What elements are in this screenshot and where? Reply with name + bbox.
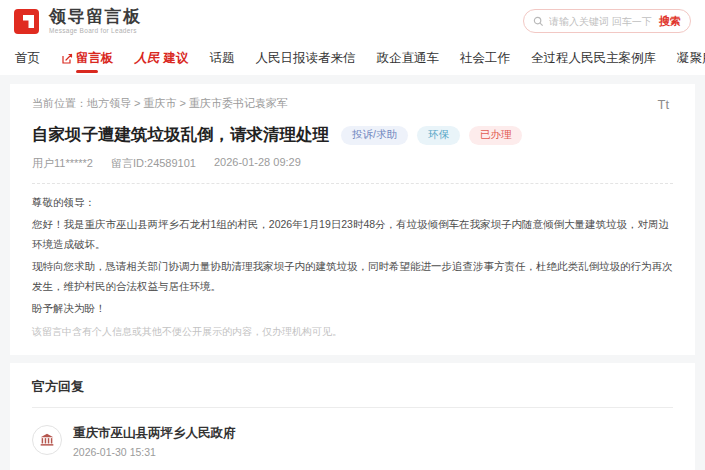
search-box[interactable]: 搜索 [523,9,691,33]
message-tags: 投诉/求助 环保 已办理 [341,126,522,145]
message-date: 2026-01-28 09:29 [214,156,301,171]
nav-brand-script: 人民 [135,50,160,67]
breadcrumb-label: 当前位置： [32,97,87,109]
reply-date: 2026-01-30 15:31 [73,446,673,458]
message-title: 自家坝子遭建筑垃圾乱倒，请求清理处理 [32,124,329,146]
nav-item-gov-enterprise[interactable]: 政企直通车 [377,42,440,75]
nav-item-social-work[interactable]: 社会工作 [460,42,510,75]
site-title: 领导留言板 [49,8,142,27]
main-nav: 首页 留言板 人民建议 话题 人民日报读者来信 政企直通车 社会工作 全过程人民… [0,42,705,75]
tag-status-processed: 已办理 [469,126,523,145]
privacy-note: 该留言中含有个人信息或其他不便公开展示的内容，仅办理机构可见。 [32,325,673,339]
site-logo[interactable]: 领导留言板 Message Board for Leaders [14,8,142,35]
top-header: 领导留言板 Message Board for Leaders 搜索 [0,0,705,42]
message-paragraph: 您好！我是重庆市巫山县两坪乡石龙村1组的村民，2026年1月19日23时48分，… [32,215,673,254]
page-content: 当前位置：地方领导 > 重庆市 > 重庆市委书记袁家军 Tt 自家坝子遭建筑垃圾… [0,75,705,470]
official-reply-heading: 官方回复 [32,378,673,408]
site-logo-icon [14,8,41,35]
message-paragraph: 盼予解决为盼！ [32,299,673,318]
breadcrumb-item-chongqing[interactable]: 重庆市 [144,97,177,109]
message-meta: 用户11*****2 留言ID:24589101 2026-01-28 09:2… [32,156,673,171]
nav-item-peoples-suggestions[interactable]: 人民建议 [135,42,189,75]
compose-icon [61,53,73,65]
nav-item-topics[interactable]: 话题 [210,42,235,75]
government-avatar [32,425,62,455]
site-logo-text: 领导留言板 Message Board for Leaders [49,8,142,35]
nav-item-serve-masses[interactable]: 凝聚服务群众 [677,42,705,75]
tag-environment: 环保 [417,126,460,145]
message-id: 留言ID:24589101 [111,156,196,171]
message-body: 尊敬的领导： 您好！我是重庆市巫山县两坪乡石龙村1组的村民，2026年1月19日… [32,193,673,339]
nav-item-message-board[interactable]: 留言板 [61,42,114,75]
breadcrumb-item-local-leaders[interactable]: 地方领导 [87,97,131,109]
nav-brand-rest: 建议 [164,50,189,67]
tag-complaint: 投诉/求助 [341,126,408,145]
site-subtitle: Message Board for Leaders [49,27,142,34]
nav-item-readers-letters[interactable]: 人民日报读者来信 [256,42,356,75]
message-paragraph: 现特向您求助，恳请相关部门协调力量协助清理我家坝子内的建筑垃圾，同时希望能进一步… [32,257,673,296]
nav-item-home[interactable]: 首页 [15,42,40,75]
government-building-icon [39,432,55,448]
nav-item-democracy-cases[interactable]: 全过程人民民主案例库 [531,42,656,75]
breadcrumb-item-secretary[interactable]: 重庆市委书记袁家军 [189,97,288,109]
breadcrumb-separator: > [131,97,144,109]
font-size-toggle[interactable]: Tt [653,96,673,113]
search-icon [533,16,544,27]
breadcrumb-separator: > [177,97,190,109]
divider [32,183,673,184]
message-paragraph: 尊敬的领导： [32,193,673,212]
search-button[interactable]: 搜索 [659,14,681,29]
reply-item: 重庆市巫山县两坪乡人民政府 2026-01-30 15:31 两坪乡人民政府关于… [32,425,673,470]
nav-item-message-board-label: 留言板 [76,50,114,67]
message-user: 用户11*****2 [32,156,93,171]
reply-agency-name: 重庆市巫山县两坪乡人民政府 [73,425,673,442]
message-detail-card: 当前位置：地方领导 > 重庆市 > 重庆市委书记袁家军 Tt 自家坝子遭建筑垃圾… [10,84,695,355]
search-input[interactable] [549,16,659,27]
breadcrumb: 当前位置：地方领导 > 重庆市 > 重庆市委书记袁家军 [32,96,288,111]
official-reply-card: 官方回复 重庆市巫山县两坪乡人民政府 2026-01-30 15:31 两坪乡人… [10,363,695,470]
